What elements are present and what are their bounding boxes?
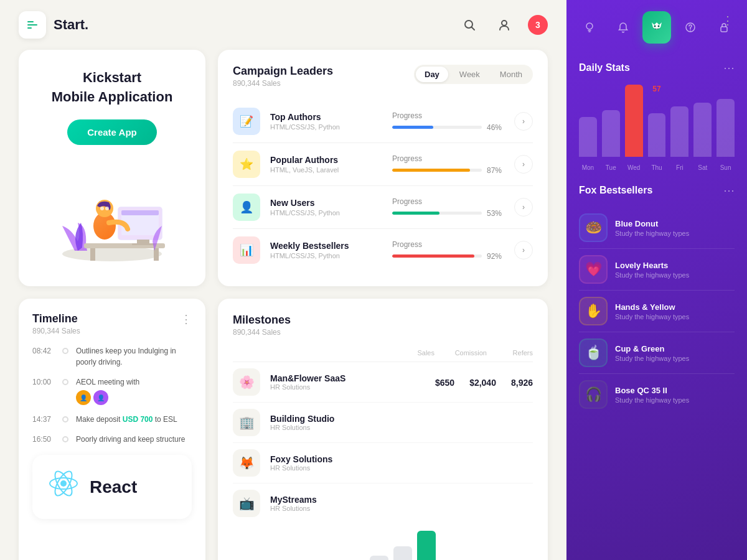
progress-bar-bg [392,169,482,172]
notification-badge[interactable]: 3 [528,15,548,35]
milestones-title: Milestones [233,314,291,327]
svg-point-18 [105,207,109,210]
timeline-text: Make deposit USD 700 to ESL [76,414,177,425]
stats-chart: 57 [579,85,735,159]
tab-day[interactable]: Day [416,67,448,82]
milestones-title-block: Milestones 890,344 Sales [233,314,291,337]
campaign-row-info: Top Authors HTML/CSS/JS, Python [270,112,382,131]
sidebar-icon-question[interactable] [676,11,705,44]
milestone-row: 🦊 Foxy Solutions HR Solutions [233,443,533,483]
campaign-row-name: New Users [270,198,382,208]
bestseller-item[interactable]: 🎧 Bose QC 35 II Study the highway types [579,374,735,415]
sidebar-icon-fox[interactable] [642,11,671,44]
stats-day-label: Thu [648,164,666,171]
milestones-subtitle: 890,344 Sales [233,328,291,337]
app-title: Start. [54,17,88,33]
progress-label: Progress [392,197,504,206]
milestone-bar [370,556,388,560]
react-card: React [32,455,192,519]
bestseller-sub: Study the highway types [615,271,735,279]
svg-rect-1 [27,24,37,26]
header-logo: Start. [19,11,88,39]
content-grid: Kickstart Mobile Application Create App [0,50,566,560]
progress-bar-wrap: 87% [392,166,504,175]
stats-bar [579,117,597,157]
campaign-row-icon: ⭐ [233,151,260,178]
timeline-time: 14:37 [32,415,55,424]
timeline-header: Timeline 890,344 Sales ⋮ [32,312,192,335]
bestseller-item[interactable]: 🍩 Blue Donut Study the highway types [579,207,735,249]
campaign-row-chevron[interactable]: › [514,241,533,259]
bestseller-item[interactable]: 🍵 Cup & Green Study the highway types [579,332,735,374]
bestseller-img: 🎧 [579,380,608,409]
milestones-menu-dots[interactable]: ⋮ [722,14,733,27]
bestseller-item[interactable]: ✋ Hands & Yellow Study the highway types [579,291,735,332]
campaign-row-tech: HTML/CSS/JS, Python [270,252,382,259]
stats-bar [716,99,735,157]
stats-bar-wrap [716,85,735,157]
milestone-row: 🏢 Building Studio HR Solutions [233,403,533,443]
bestseller-name: Blue Donut [615,219,735,228]
campaign-rows: 📝 Top Authors HTML/CSS/JS, Python Progre… [233,100,533,271]
bestseller-info: Lovely Hearts Study the highway types [615,261,735,279]
milestone-name: Foxy Solutions [270,454,417,464]
daily-stats-title: Daily Stats [579,62,630,73]
progress-bar-fill [392,254,474,258]
milestones-refers-header: Refers [502,349,533,357]
stats-bar-wrap [625,85,643,157]
milestone-icon: 🦊 [233,449,260,477]
milestone-sub: HR Solutions [270,424,417,431]
stats-bar [670,106,688,157]
stats-day-label: Mon [579,164,597,171]
milestone-bar [417,531,436,560]
stats-day-label: Wed [625,164,643,171]
bestseller-img: 🍩 [579,213,608,242]
stats-bar-wrap [693,85,712,157]
campaign-row-chevron[interactable]: › [514,112,533,131]
progress-bar-fill [392,169,470,172]
bestseller-item[interactable]: 💗 Lovely Hearts Study the highway types [579,249,735,291]
stats-bar-wrap [602,85,620,157]
milestone-sub: HR Solutions [270,505,417,512]
daily-stats-menu[interactable]: ⋯ [723,61,735,75]
bestseller-img: 💗 [579,255,608,284]
milestone-row: 🌸 Man&Flower SaaS HR Solutions $650 $2,0… [233,362,533,403]
progress-bar-fill [392,212,439,215]
milestone-icon: 🏢 [233,409,260,436]
progress-label: Progress [392,240,504,249]
stats-day-label: Sun [716,164,735,171]
milestone-sub: HR Solutions [270,383,425,391]
sidebar-icon-lightbulb[interactable] [575,11,604,44]
bestseller-name: Bose QC 35 II [615,386,735,395]
bestseller-sub: Study the highway types [615,355,735,362]
bestseller-img: 🍵 [579,338,608,367]
campaign-row-chevron[interactable]: › [514,155,533,174]
svg-rect-12 [121,210,159,215]
campaign-row: 📊 Weekly Bestsellers HTML/CSS/JS, Python… [233,229,533,271]
campaign-row-name: Popular Authors [270,155,382,165]
right-sidebar: Daily Stats ⋯ 57 MonTueWedThuFriSatSun F… [566,0,747,560]
progress-pct: 87% [487,166,504,175]
milestone-sales: $650 [435,376,454,388]
fox-bestsellers-title: Fox Bestsellers [579,185,652,196]
stats-day-labels: MonTueWedThuFriSatSun [579,164,735,171]
timeline-text: AEOL meeting with 👤👤 [76,376,139,405]
sidebar-icon-bell[interactable] [609,11,637,44]
svg-rect-8 [90,248,95,261]
bestseller-info: Bose QC 35 II Study the highway types [615,386,735,404]
main-area: Start. 3 Kickstart Mobile A [0,0,566,560]
create-app-button[interactable]: Create App [67,119,156,145]
fox-bestsellers-menu[interactable]: ⋯ [723,184,735,197]
search-icon[interactable] [458,14,481,36]
campaign-row-chevron[interactable]: › [514,198,533,217]
svg-point-19 [60,480,67,487]
user-icon[interactable] [493,14,515,36]
stats-bar [693,103,712,157]
bestseller-list: 🍩 Blue Donut Study the highway types 💗 L… [579,207,735,415]
milestone-sub: HR Solutions [270,464,417,472]
timeline-menu-dots[interactable]: ⋮ [181,312,192,326]
tab-month[interactable]: Month [491,67,531,82]
tab-week[interactable]: Week [451,67,489,82]
campaign-row-tech: HTML, VueJS, Laravel [270,166,382,174]
svg-point-25 [658,26,660,27]
